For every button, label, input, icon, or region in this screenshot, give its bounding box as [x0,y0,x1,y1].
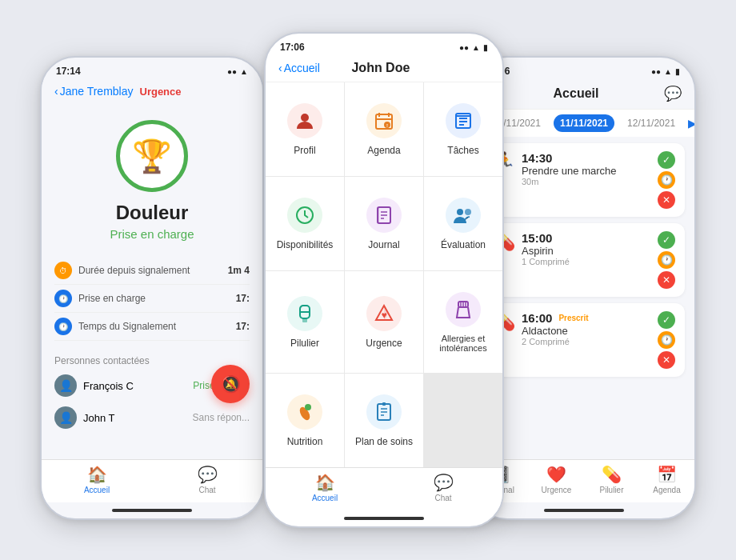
tab-bar-center: 🏠 Accueil 💬 Chat [266,467,502,510]
tab-chat-center[interactable]: 💬 Chat [384,473,502,502]
confirm-btn-2[interactable]: ✓ [658,231,675,249]
menu-label-dispos: Disponibilités [277,239,334,250]
tab-chat-left[interactable]: 💬 Chat [152,465,262,494]
menu-dispos[interactable]: Disponibilités [266,177,344,270]
date-next[interactable]: 12/11/2021 [621,114,682,132]
journal-icon [366,198,402,233]
profil-icon [287,103,322,138]
svg-point-19 [465,209,471,215]
fab-button[interactable]: 🔕 [211,365,250,403]
wifi-icon-right: ▲ [664,67,672,76]
info-row-pec: 🕐 Prise en charge 17: [54,285,250,313]
menu-label-urgence: Urgence [366,338,402,349]
alert-subtitle: Prise en charge [54,227,250,241]
svg-rect-17 [377,207,379,223]
menu-label-agenda: Agenda [367,145,400,156]
date-current[interactable]: 11/11/2021 [554,114,614,132]
info-row-signal: 🕐 Temps du Signalement 17: [54,313,250,341]
tab-accueil-left[interactable]: 🏠 Accueil [42,465,152,494]
alert-icon-circle: 🏆 [116,120,188,192]
left-phone-content: 🏆 Douleur Prise en charge ⏱ Durée depuis… [42,104,262,459]
menu-label-allergies: Allergies et intolérances [430,334,496,353]
nav-bar-center: ‹ Accueil John Doe [266,56,502,82]
cancel-btn-2[interactable]: ✕ [658,271,675,289]
tab-label-chat-left: Chat [198,486,215,494]
schedule-content-2: 15:00 Aspirin 1 Comprimé [522,231,651,266]
menu-urgence[interactable]: ♥ Urgence [345,271,423,373]
tab-label-accueil-left: Accueil [84,486,110,494]
info-list: ⏱ Durée depuis signalement 1m 4 🕐 Prise … [42,249,262,349]
chevron-left-center: ‹ [278,62,282,74]
clock-btn-2[interactable]: 🕐 [658,251,675,269]
confirm-btn-1[interactable]: ✓ [658,151,675,169]
schedule-time-3: 16:00 [522,311,552,325]
cancel-btn-3[interactable]: ✕ [658,351,675,369]
back-label-center: Accueil [284,62,320,74]
plan-icon [366,394,402,430]
tab-accueil-center[interactable]: 🏠 Accueil [266,473,384,502]
home-icon-left: 🏠 [87,465,107,484]
status-bar-center: 17:06 ●● ▲ ▮ [266,34,502,56]
clock-btn-3[interactable]: 🕐 [658,331,675,349]
pilulier-tab-icon: 💊 [602,465,622,484]
cancel-btn-1[interactable]: ✕ [658,191,675,209]
menu-label-plan: Plan de soins [355,436,413,447]
signal-icon: ●● [227,67,237,76]
info-row-duration: ⏱ Durée depuis signalement 1m 4 [54,257,250,285]
menu-profil[interactable]: Profil [266,82,344,176]
home-indicator-right [474,502,694,518]
confirm-btn-3[interactable]: ✓ [658,311,675,329]
menu-label-nutrition: Nutrition [287,436,323,447]
menu-label-eval: Évaluation [441,239,486,250]
left-phone: 17:14 ●● ▲ ‹ Jane Tremblay Urgence 🏆 Dou… [40,56,264,520]
menu-journal[interactable]: Journal [345,177,423,270]
menu-pilulier[interactable]: Pilulier [266,271,344,373]
home-indicator-left [42,502,262,518]
date-nav-right-arrow[interactable]: ▶ [688,117,696,130]
pec-value: 17: [236,293,250,304]
tab-label-accueil-center: Accueil [312,494,338,502]
back-button-left[interactable]: ‹ Jane Tremblay [54,85,134,98]
contact-avatar-1: 👤 [54,374,77,397]
nav-title-right: Accueil [518,86,634,101]
status-icons-left: ●● ▲ [227,67,248,76]
svg-rect-22 [302,318,307,322]
urgence-tab-icon: ❤️ [546,465,566,484]
svg-point-0 [301,114,309,122]
agenda-tab-icon: 📅 [657,465,677,484]
nav-right-icon[interactable]: 💬 [634,85,682,102]
menu-allergies[interactable]: Allergies et intolérances [424,271,502,373]
timer-icon: ⏱ [54,262,72,279]
menu-eval[interactable]: Évaluation [424,177,502,270]
schedule-detail-2: 1 Comprimé [522,257,651,266]
menu-taches[interactable]: Tâches [424,82,502,176]
center-phone: 17:06 ●● ▲ ▮ ‹ Accueil John Doe Profil [264,32,504,528]
menu-agenda[interactable]: ! Agenda [345,82,423,176]
chat-icon-left: 💬 [198,465,218,484]
svg-text:!: ! [386,123,388,128]
battery-icon-center: ▮ [483,43,488,52]
menu-plan[interactable]: Plan de soins [345,374,423,467]
back-button-center[interactable]: ‹ Accueil [278,62,320,74]
tab-agenda-right[interactable]: 📅 Agenda [639,465,694,494]
eval-icon [446,198,481,233]
nav-bar-right: Accueil 💬 [474,80,694,110]
tab-urgence-right[interactable]: ❤️ Urgence [529,465,584,494]
alert-header: 🏆 Douleur Prise en charge [42,104,262,249]
schedule-content-3: 16:00 Prescrit Aldactone 2 Comprimé [522,311,651,346]
home-bar-center [344,517,424,520]
svg-rect-34 [382,402,386,406]
schedule-item-1: 🏃 14:30 Prendre une marche 30m ✓ 🕐 ✕ [483,143,685,217]
schedule-list: 🏃 14:30 Prendre une marche 30m ✓ 🕐 ✕ 💊 1… [474,137,694,459]
tab-pilulier-right[interactable]: 💊 Pilulier [584,465,639,494]
clock-btn-1[interactable]: 🕐 [658,171,675,189]
menu-label-taches: Tâches [447,145,478,156]
pilulier-icon [287,296,322,331]
menu-nutrition[interactable]: Nutrition [266,374,344,467]
status-time-left: 17:14 [56,66,81,77]
schedule-time-1: 14:30 [522,151,651,165]
duration-value: 1m 4 [228,265,250,276]
menu-label-pilulier: Pilulier [290,338,319,349]
duration-label: Durée depuis signalement [78,265,222,276]
contact-name-2: John T [83,412,186,424]
